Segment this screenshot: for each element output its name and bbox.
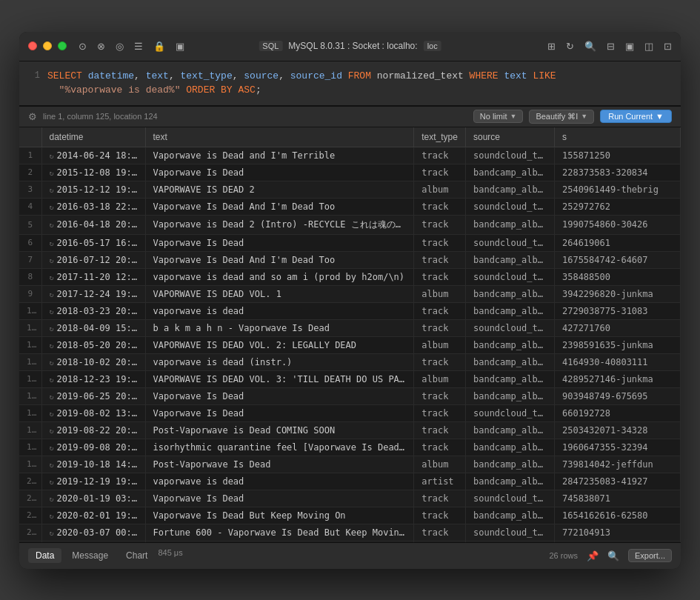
cell-id: 3942296820-junkma <box>554 285 680 302</box>
table-row[interactable]: 12 ↻2018-05-20 20:00:00 VAPORWAVE IS DEA… <box>19 336 681 353</box>
cell-id: 772104913 <box>554 524 680 541</box>
table-row[interactable]: 20 ↻2019-12-19 19:00:00 vaporwave is dea… <box>19 473 681 490</box>
no-limit-button[interactable]: No limit ▼ <box>473 110 524 123</box>
cell-datetime: ↻2020-03-07 00:47:19 <box>41 524 145 541</box>
pin-icon[interactable]: 📌 <box>587 550 599 561</box>
list-icon[interactable]: ☰ <box>134 41 143 52</box>
table-row[interactable]: 5 ↻2016-04-18 20:00:00 Vaporwave is Dead… <box>19 215 681 234</box>
cell-text: VAPORWAVE IS DEAD 2 <box>145 181 414 198</box>
titlebar-right-icons: ⊞ ↻ 🔍 ⊟ ▣ ◫ ⊡ <box>547 41 672 52</box>
table-row[interactable]: 23 ↻2020-03-07 00:47:19 Fortune 600 - Va… <box>19 524 681 541</box>
table-row[interactable]: 9 ↻2017-12-24 19:00:00 VAPORWAVE IS DEAD… <box>19 285 681 302</box>
cell-rownum: 22 <box>19 507 41 524</box>
cell-texttype: track <box>414 439 466 456</box>
cell-rownum: 9 <box>19 285 41 302</box>
connection-title: MySQL 8.0.31 : Socket : localho: <box>288 41 417 51</box>
search-bottom-icon[interactable]: 🔍 <box>607 550 619 561</box>
cell-rownum: 7 <box>19 251 41 268</box>
tab-data[interactable]: Data <box>28 548 61 563</box>
table-row[interactable]: 16 ↻2019-08-02 13:16:59 Vaporwave Is Dea… <box>19 404 681 421</box>
cell-source: bandcamp_album <box>465 336 554 353</box>
refresh-icon[interactable]: ↻ <box>566 41 574 52</box>
table-row[interactable]: 18 ↻2019-09-08 20:00:00 isorhythmic quar… <box>19 439 681 456</box>
sidebar-icon[interactable]: ◫ <box>644 41 653 52</box>
eye-icon[interactable]: ◎ <box>116 41 124 52</box>
cell-datetime: ↻2018-04-09 15:21:15 <box>41 319 145 336</box>
col-header-id[interactable]: s <box>554 127 680 147</box>
table-row[interactable]: 17 ↻2019-08-22 20:00:00 Post-Vaporwave i… <box>19 421 681 439</box>
close-button[interactable] <box>28 41 37 50</box>
bottom-bar: Data Message Chart 845 μs 26 rows 📌 🔍 Ex… <box>19 542 681 569</box>
query-line-2: "%vaporwave is dead%" ORDER BY ASC; <box>28 83 672 98</box>
col-header-texttype[interactable]: text_type <box>414 127 466 147</box>
run-button[interactable]: Run Current ▼ <box>600 110 672 123</box>
cell-source: bandcamp_album <box>465 473 554 490</box>
cell-texttype: track <box>414 234 466 251</box>
table-row[interactable]: 22 ↻2020-02-01 19:00:00 Vaporwave Is Dea… <box>19 507 681 524</box>
maximize-button[interactable] <box>58 41 67 50</box>
results-table-container[interactable]: datetime text text_type source s 1 ↻2014… <box>19 127 681 542</box>
db-icon[interactable]: ▣ <box>176 41 184 52</box>
cell-rownum: 10 <box>19 302 41 319</box>
expand-icon[interactable]: ⊡ <box>664 41 672 52</box>
table-row[interactable]: 11 ↻2018-04-09 15:21:15 b a k m a h n - … <box>19 319 681 336</box>
minimize-button[interactable] <box>43 41 52 50</box>
beautify-button[interactable]: Beautify ⌘I ▼ <box>529 110 594 124</box>
cell-source: soundcloud_track <box>465 524 554 541</box>
tab-message[interactable]: Message <box>64 548 116 563</box>
cell-rownum: 2 <box>19 164 41 181</box>
table-row[interactable]: 1 ↻2014-06-24 18:03:06 Vaporwave is Dead… <box>19 147 681 164</box>
cell-source: soundcloud_track <box>465 234 554 251</box>
cell-id: 2540961449-thebrig <box>554 181 680 198</box>
table-header: datetime text text_type source s <box>19 127 681 147</box>
lock-icon[interactable]: 🔒 <box>153 41 165 52</box>
cell-text: vaporwave is dead <box>145 302 414 319</box>
panel-icon[interactable]: ⊟ <box>607 41 615 52</box>
cell-id: 2503432071-34328 <box>554 421 680 439</box>
cell-id: 739814042-jeffdun <box>554 456 680 473</box>
table-row[interactable]: 6 ↻2016-05-17 16:52:51 Vaporwave Is Dead… <box>19 234 681 251</box>
cell-datetime: ↻2016-07-12 20:00:00 <box>41 251 145 268</box>
layout-icon[interactable]: ▣ <box>625 41 634 52</box>
row-count: 26 rows <box>550 551 579 560</box>
table-row[interactable]: 10 ↻2018-03-23 20:00:00 vaporwave is dea… <box>19 302 681 319</box>
table-row[interactable]: 3 ↻2015-12-12 19:00:00 VAPORWAVE IS DEAD… <box>19 181 681 198</box>
cell-texttype: track <box>414 507 466 524</box>
export-button[interactable]: Export... <box>628 549 672 562</box>
col-header-datetime[interactable]: datetime <box>41 127 145 147</box>
table-row[interactable]: 14 ↻2018-12-23 19:00:00 VAPORWAVE IS DEA… <box>19 370 681 387</box>
search-icon[interactable]: 🔍 <box>584 41 596 52</box>
status-left: ⚙ line 1, column 125, location 124 <box>28 111 158 122</box>
table-row[interactable]: 2 ↻2015-12-08 19:00:00 Vaporwave Is Dead… <box>19 164 681 181</box>
query-line-1: 1 SELECT datetime, text, text_type, sour… <box>28 69 672 84</box>
close-tab-icon[interactable]: ⊗ <box>97 41 105 52</box>
cell-text: Vaporwave is Dead 2 (Intro) -RECYCLE これは… <box>145 215 414 234</box>
cell-id: 264619061 <box>554 234 680 251</box>
cell-source: soundcloud_track <box>465 268 554 285</box>
cell-source: soundcloud_track <box>465 147 554 164</box>
cell-source: bandcamp_album <box>465 164 554 181</box>
cell-source: bandcamp_album <box>465 251 554 268</box>
cell-rownum: 23 <box>19 524 41 541</box>
table-row[interactable]: 19 ↻2019-10-18 14:37:12 Post-Vaporwave I… <box>19 456 681 473</box>
history-icon[interactable]: ⊙ <box>79 41 87 52</box>
table-row[interactable]: 4 ↻2016-03-18 22:50:35 Vaporwave Is Dead… <box>19 198 681 215</box>
settings-icon[interactable]: ⚙ <box>28 111 37 122</box>
table-row[interactable]: 13 ↻2018-10-02 20:00:00 vaporwave is dea… <box>19 353 681 370</box>
chart-icon[interactable]: ⊞ <box>547 41 556 52</box>
cell-rownum: 18 <box>19 439 41 456</box>
tab-chart[interactable]: Chart <box>119 548 155 563</box>
traffic-lights <box>28 41 67 50</box>
table-row[interactable]: 8 ↻2017-11-20 12:18:47 vaporwave is dead… <box>19 268 681 285</box>
query-area[interactable]: 1 SELECT datetime, text, text_type, sour… <box>28 66 672 101</box>
table-row[interactable]: 21 ↻2020-01-19 03:53:03 Vaporwave Is Dea… <box>19 490 681 507</box>
cell-rownum: 12 <box>19 336 41 353</box>
cell-texttype: track <box>414 198 466 215</box>
table-row[interactable]: 7 ↻2016-07-12 20:00:00 Vaporwave Is Dead… <box>19 251 681 268</box>
cell-text: Fortune 600 - Vaporwave Is Dead But Keep… <box>145 524 414 541</box>
cell-texttype: artist <box>414 473 466 490</box>
cell-source: bandcamp_album <box>465 215 554 234</box>
table-row[interactable]: 15 ↻2019-06-25 20:00:00 Vaporwave Is Dea… <box>19 387 681 404</box>
col-header-text[interactable]: text <box>145 127 414 147</box>
col-header-source[interactable]: source <box>465 127 554 147</box>
